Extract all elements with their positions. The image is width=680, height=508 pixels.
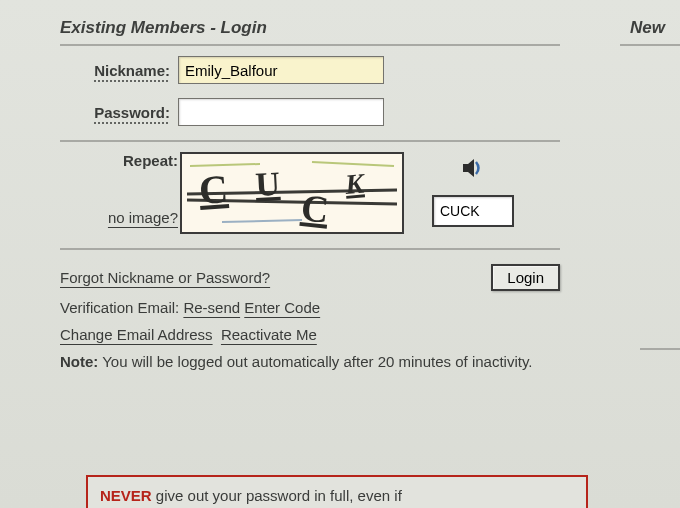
new-heading: New — [620, 18, 680, 38]
svg-marker-10 — [463, 159, 474, 177]
password-label: Password: — [60, 104, 178, 121]
note-text: You will be logged out automatically aft… — [98, 353, 532, 370]
password-row: Password: — [60, 98, 560, 126]
enter-code-link[interactable]: Enter Code — [244, 299, 320, 316]
divider — [640, 348, 680, 350]
divider — [60, 140, 560, 142]
nickname-input[interactable] — [178, 56, 384, 84]
warning-box: NEVER give out your password in full, ev… — [86, 475, 588, 508]
resend-link[interactable]: Re-send — [183, 299, 240, 316]
divider — [60, 248, 560, 250]
note-bold: Note: — [60, 353, 98, 370]
panel-heading: Existing Members - Login — [60, 18, 560, 38]
nickname-label: Nickname: — [60, 62, 178, 79]
captcha-image: C U C K — [180, 152, 404, 234]
new-panel: New — [620, 18, 680, 46]
svg-text:C: C — [197, 166, 229, 213]
nickname-row: Nickname: — [60, 56, 560, 84]
verification-line: Verification Email: Re-send Enter Code — [60, 299, 560, 316]
login-panel: Existing Members - Login Nickname: Passw… — [60, 18, 560, 370]
svg-text:U: U — [254, 165, 280, 203]
warning-never: NEVER — [100, 487, 152, 504]
login-button[interactable]: Login — [491, 264, 560, 291]
captcha-row: Repeat: no image? C U C K — [60, 152, 560, 234]
verification-label: Verification Email: — [60, 299, 179, 316]
warning-text: give out your password in full, even if — [152, 487, 402, 504]
divider — [620, 44, 680, 46]
divider — [60, 44, 560, 46]
reactivate-link[interactable]: Reactivate Me — [221, 326, 317, 343]
captcha-input[interactable] — [432, 195, 514, 227]
password-input[interactable] — [178, 98, 384, 126]
svg-text:C: C — [299, 186, 331, 231]
change-email-link[interactable]: Change Email Address — [60, 326, 213, 343]
audio-captcha-icon[interactable] — [462, 158, 484, 181]
logout-note: Note: You will be logged out automatical… — [60, 353, 560, 370]
no-image-link[interactable]: no image? — [108, 209, 178, 226]
forgot-link[interactable]: Forgot Nickname or Password? — [60, 269, 270, 286]
captcha-label: Repeat: — [60, 152, 178, 169]
